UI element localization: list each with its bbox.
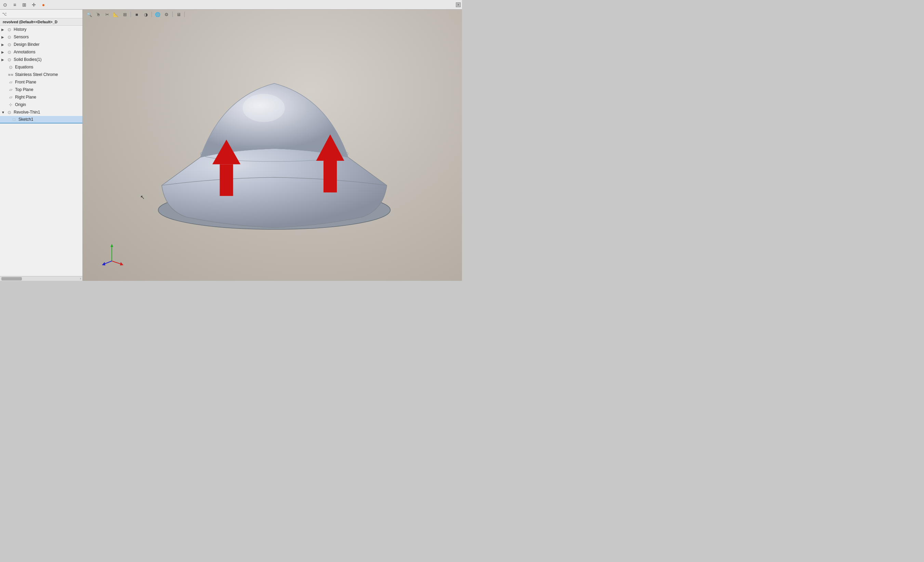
viewport-toolbar: 🔍 🖱 ✂ 📐 ⊞ ■ ◑ 🌐 ⚙ 🖥	[83, 10, 462, 19]
sidebar-item-origin[interactable]: ⊹ Origin	[0, 101, 82, 108]
vt-sep2	[152, 12, 152, 17]
svg-rect-5	[324, 161, 337, 192]
filter-row: ⌥	[0, 10, 82, 18]
tree-title: revolved (Default<<Default>_D	[0, 18, 82, 26]
origin-label: Origin	[15, 102, 26, 107]
vt-search-icon[interactable]: 🔍	[86, 11, 93, 18]
3d-shape-svg	[151, 37, 398, 235]
svg-rect-3	[220, 164, 233, 196]
material-label: Stainless Steel Chrome	[15, 72, 58, 77]
viewport: 🔍 🖱 ✂ 📐 ⊞ ■ ◑ 🌐 ⚙ 🖥	[83, 10, 462, 281]
origin-icon: ⊹	[8, 102, 14, 108]
toolbar-icon-home[interactable]: ⊙	[2, 1, 9, 9]
expand-arrow-revolve: ▼	[2, 110, 6, 114]
material-icon: ≋≋	[8, 72, 14, 78]
filter-icon: ⌥	[2, 12, 7, 17]
revolve-icon: ⊙	[6, 109, 12, 115]
svg-point-2	[243, 94, 285, 122]
expand-arrow-design-binder: ▶	[2, 43, 6, 47]
toolbar-icon-list[interactable]: ≡	[11, 1, 18, 9]
vt-settings-icon[interactable]: ⚙	[163, 11, 170, 18]
sidebar-item-history[interactable]: ▶ ⊙ History	[0, 26, 82, 33]
equations-icon: ⊙	[8, 64, 14, 70]
front-plane-icon: ▱	[8, 79, 14, 85]
front-plane-label: Front Plane	[15, 80, 36, 84]
sidebar-item-design-binder[interactable]: ▶ ⊙ Design Binder	[0, 41, 82, 48]
sidebar-item-front-plane[interactable]: ▱ Front Plane	[0, 78, 82, 86]
vt-sep3	[172, 12, 173, 17]
toolbar-icon-cross[interactable]: ✛	[30, 1, 38, 9]
sidebar-item-sketch1[interactable]: □ Sketch1	[0, 116, 82, 123]
vt-pointer-icon[interactable]: 🖱	[94, 11, 102, 18]
coordinate-axes	[100, 242, 124, 267]
vt-cut-icon[interactable]: ✂	[103, 11, 111, 18]
toolbar-icon-color[interactable]: ●	[40, 1, 47, 9]
solid-bodies-label: Solid Bodies(1)	[14, 57, 41, 62]
expand-arrow-sensors: ▶	[2, 35, 6, 39]
sketch1-icon: □	[11, 116, 17, 122]
sidebar-item-material[interactable]: ≋≋ Stainless Steel Chrome	[0, 71, 82, 78]
vt-monitor-icon[interactable]: 🖥	[175, 11, 182, 18]
solid-bodies-icon: ⊙	[6, 56, 12, 63]
toolbar-expand-button[interactable]: ›	[456, 2, 460, 7]
sidebar-item-top-plane[interactable]: ▱ Top Plane	[0, 86, 82, 93]
3d-shape-container	[151, 37, 398, 235]
expand-arrow-annotations: ▶	[2, 50, 6, 54]
vt-shading-icon[interactable]: ◑	[142, 11, 150, 18]
history-label: History	[14, 27, 26, 32]
sidebar-item-solid-bodies[interactable]: ▶ ⊙ Solid Bodies(1)	[0, 56, 82, 63]
top-toolbar: ⊙ ≡ ⊞ ✛ ● ›	[0, 0, 462, 10]
top-plane-icon: ▱	[8, 87, 14, 93]
sidebar-item-revolve[interactable]: ▼ ⊙ Revolve-Thin1	[0, 108, 82, 116]
vt-sep1	[130, 12, 131, 17]
right-plane-label: Right Plane	[15, 95, 36, 99]
expand-arrow-solid-bodies: ▶	[2, 58, 6, 62]
expand-arrow-history: ▶	[2, 28, 6, 32]
toolbar-icon-grid[interactable]: ⊞	[21, 1, 28, 9]
history-icon: ⊙	[6, 26, 12, 33]
main-area: ⌥ revolved (Default<<Default>_D ▶ ⊙ Hist…	[0, 10, 462, 281]
sidebar-scrollbar[interactable]: ›	[0, 276, 82, 281]
vt-globe-icon[interactable]: 🌐	[154, 11, 161, 18]
sketch1-label: Sketch1	[18, 117, 33, 122]
cursor-indicator: ↖	[140, 194, 145, 200]
vt-layers-icon[interactable]: ⊞	[121, 11, 129, 18]
annotations-icon: ⊙	[6, 49, 12, 55]
vt-display-icon[interactable]: ■	[133, 11, 141, 18]
sidebar: ⌥ revolved (Default<<Default>_D ▶ ⊙ Hist…	[0, 10, 83, 281]
annotations-label: Annotations	[14, 50, 35, 54]
equations-label: Equations	[15, 65, 33, 69]
sensors-label: Sensors	[14, 35, 29, 39]
svg-marker-12	[102, 262, 105, 266]
sidebar-item-equations[interactable]: ⊙ Equations	[0, 63, 82, 71]
right-plane-icon: ▱	[8, 94, 14, 100]
sidebar-item-annotations[interactable]: ▶ ⊙ Annotations	[0, 48, 82, 56]
svg-marker-10	[120, 262, 123, 266]
vt-measure-icon[interactable]: 📐	[112, 11, 120, 18]
revolve-label: Revolve-Thin1	[14, 110, 40, 114]
sensors-icon: ⊙	[6, 34, 12, 40]
svg-marker-8	[111, 244, 113, 247]
sidebar-item-sensors[interactable]: ▶ ⊙ Sensors	[0, 33, 82, 41]
design-binder-label: Design Binder	[14, 42, 39, 47]
design-binder-icon: ⊙	[6, 41, 12, 48]
sidebar-scroll-right[interactable]: ›	[80, 277, 81, 281]
sidebar-item-right-plane[interactable]: ▱ Right Plane	[0, 93, 82, 101]
top-plane-label: Top Plane	[15, 87, 33, 92]
sidebar-scrollbar-thumb[interactable]	[2, 277, 22, 281]
